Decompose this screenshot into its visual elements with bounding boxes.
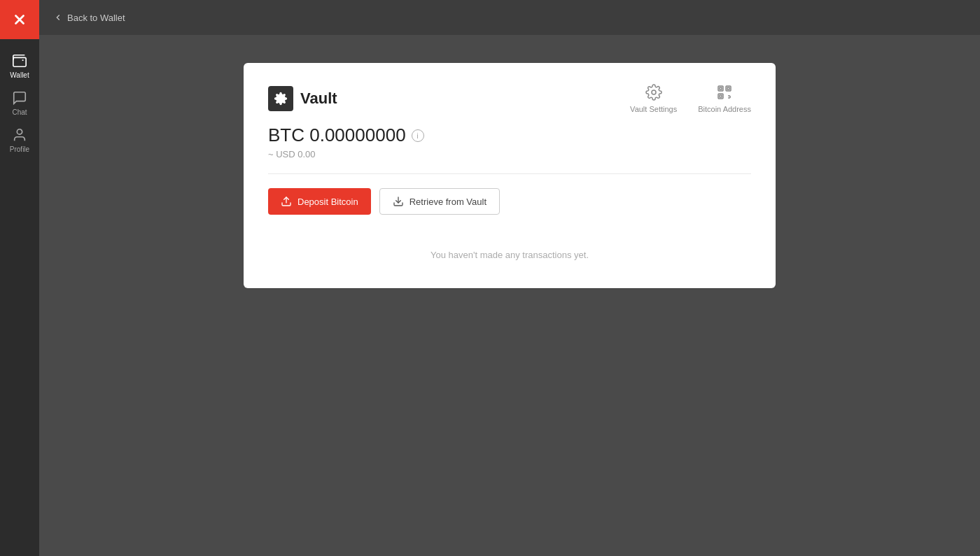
vault-icon-box [268, 86, 293, 111]
vault-title-section: Vault [268, 86, 337, 111]
svg-rect-0 [13, 57, 26, 66]
divider [268, 173, 751, 174]
svg-rect-7 [727, 87, 729, 90]
settings-icon [645, 84, 662, 101]
topbar: Back to Wallet [39, 0, 980, 35]
vault-gear-icon [274, 92, 288, 106]
usd-amount: ~ USD 0.00 [268, 149, 751, 159]
sidebar: Wallet Chat Profile [0, 0, 39, 556]
page-content: Vault Vault Settings [39, 35, 980, 556]
info-icon[interactable]: i [412, 129, 424, 142]
svg-rect-6 [726, 86, 731, 91]
sidebar-item-chat[interactable]: Chat [0, 83, 39, 120]
svg-rect-5 [720, 87, 722, 90]
chat-nav-label: Chat [12, 108, 27, 116]
chat-icon [12, 90, 27, 106]
sidebar-item-wallet[interactable]: Wallet [0, 46, 39, 83]
deposit-bitcoin-button[interactable]: Deposit Bitcoin [268, 188, 371, 215]
retrieve-from-vault-button[interactable]: Retrieve from Vault [379, 188, 500, 215]
svg-rect-4 [718, 86, 723, 91]
profile-icon [12, 127, 27, 143]
vault-settings-label: Vault Settings [630, 105, 677, 113]
empty-message-text: You haven't made any transactions yet. [430, 250, 589, 260]
profile-nav-label: Profile [10, 145, 29, 153]
download-icon [393, 196, 404, 207]
sidebar-item-profile[interactable]: Profile [0, 120, 39, 157]
back-to-wallet-link[interactable]: Back to Wallet [53, 13, 125, 23]
wallet-icon [12, 53, 27, 69]
qr-code-icon [716, 84, 733, 101]
svg-rect-9 [720, 95, 722, 97]
vault-action-buttons: Vault Settings [630, 84, 751, 113]
vault-settings-button[interactable]: Vault Settings [630, 84, 677, 113]
action-buttons-row: Deposit Bitcoin Retrieve from Vault [268, 188, 751, 215]
bitcoin-address-button[interactable]: Bitcoin Address [698, 84, 751, 113]
chevron-left-icon [53, 13, 63, 22]
wallet-nav-label: Wallet [10, 71, 29, 79]
empty-transactions-message: You haven't made any transactions yet. [268, 236, 751, 267]
deposit-button-label: Deposit Bitcoin [298, 197, 358, 207]
vault-card-header: Vault Vault Settings [268, 84, 751, 113]
retrieve-button-label: Retrieve from Vault [410, 197, 486, 207]
btc-amount: BTC 0.00000000 [268, 124, 406, 146]
svg-point-3 [652, 90, 656, 94]
main-content: Back to Wallet Vault [39, 0, 980, 556]
svg-point-1 [17, 129, 22, 134]
close-icon [12, 12, 27, 27]
app-logo[interactable] [0, 0, 39, 39]
vault-card: Vault Vault Settings [244, 63, 776, 288]
btc-balance-row: BTC 0.00000000 i [268, 124, 751, 146]
upload-icon [281, 196, 292, 207]
svg-rect-8 [718, 94, 723, 99]
vault-title: Vault [300, 90, 337, 108]
bitcoin-address-label: Bitcoin Address [698, 105, 751, 113]
sidebar-nav: Wallet Chat Profile [0, 46, 39, 157]
back-label: Back to Wallet [67, 13, 125, 23]
